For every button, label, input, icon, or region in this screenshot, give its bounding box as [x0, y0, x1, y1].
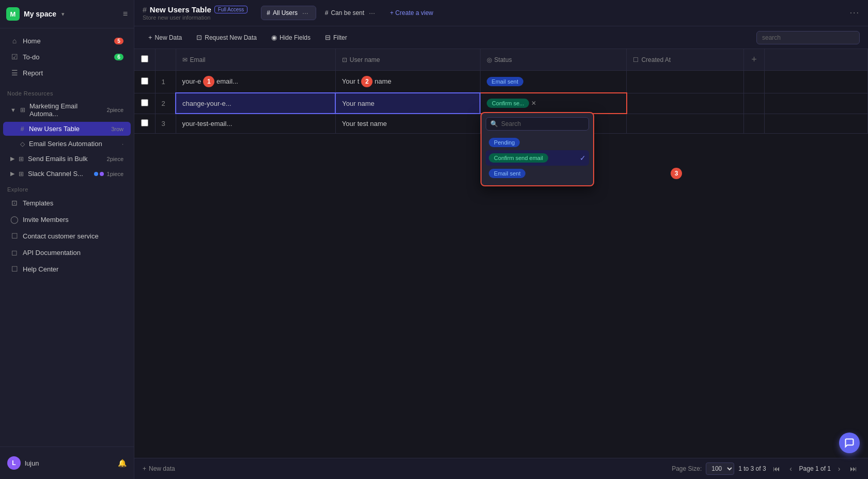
chevron-right-icon: ▶ — [10, 155, 14, 162]
username-col-label: User name — [350, 56, 380, 63]
todo-icon: ☑ — [10, 53, 19, 61]
request-icon: ⊡ — [196, 34, 202, 41]
sidebar-item-report[interactable]: ☰ Report — [3, 65, 131, 81]
row3-username[interactable]: Your test name — [335, 114, 480, 133]
row1-status[interactable]: Email sent — [480, 71, 627, 93]
send-emails-badge: 2piece — [107, 156, 123, 162]
access-badge: Full Access — [214, 6, 248, 13]
new-data-button[interactable]: + New Data — [143, 30, 188, 44]
row1-email[interactable]: your-e1 email... — [176, 71, 335, 93]
email-series-badge: · — [122, 141, 123, 147]
tree-item-new-users-table[interactable]: # New Users Table 3row — [3, 122, 131, 136]
sidebar-item-help[interactable]: ☐ Help Center — [3, 261, 131, 277]
created-col-icon: ☐ — [633, 56, 639, 63]
pagination: Page Size: 100 50 25 1 to 3 of 3 ⏮ ‹ Pag… — [672, 462, 860, 475]
marketing-label: Marketing Email Automa... — [29, 102, 104, 118]
th-status[interactable]: ◎ Status — [480, 49, 627, 71]
topbar-subtitle: Store new user information — [143, 14, 247, 21]
first-page-button[interactable]: ⏮ — [770, 462, 783, 475]
explore-label: Explore — [0, 181, 134, 195]
sidebar-item-invite-members[interactable]: ◯ Invite Members — [3, 212, 131, 227]
topbar-more-icon[interactable]: ··· — [850, 8, 860, 18]
th-add-column[interactable]: + — [744, 49, 765, 71]
dropdown-option-confirm-send[interactable]: Confirm send email ✓ — [486, 150, 589, 166]
request-new-data-button[interactable]: ⊡ Request New Data — [191, 30, 262, 44]
tree-item-slack[interactable]: ▶ ⊞ Slack Channel S... 1piece — [3, 167, 131, 181]
user-avatar: L — [7, 456, 21, 470]
chevron-down-icon: ▼ — [10, 107, 16, 113]
todo-label: To-do — [23, 53, 110, 61]
tab-all-users-more[interactable]: ··· — [300, 9, 311, 17]
dropdown-option-email-sent[interactable]: Email sent — [486, 166, 589, 181]
row2-status-clear-icon[interactable]: ✕ — [531, 100, 536, 107]
row3-select-checkbox[interactable] — [141, 119, 148, 126]
create-view-button[interactable]: + Create a view — [386, 7, 438, 19]
tree-item-send-emails[interactable]: ▶ ⊞ Send Emails in Bulk 2piece — [3, 152, 131, 166]
row1-username[interactable]: Your t2 name — [335, 71, 480, 93]
row1-extra1 — [744, 71, 765, 93]
tab-all-users-label: All Users — [273, 9, 298, 17]
th-created-at[interactable]: ☐ Created At — [627, 49, 744, 71]
filter-button[interactable]: ⊟ Filter — [319, 30, 353, 44]
prev-page-button[interactable]: ‹ — [785, 462, 797, 475]
row2-username[interactable]: Your name — [335, 93, 480, 114]
templates-icon: ⊡ — [10, 199, 19, 207]
tree-item-email-series[interactable]: ◇ Email Series Automation · — [3, 137, 131, 151]
th-username[interactable]: ⊡ User name — [335, 49, 480, 71]
row3-created-at — [627, 114, 744, 133]
float-action-button[interactable] — [839, 433, 860, 453]
page-size-select[interactable]: 100 50 25 — [706, 462, 734, 475]
sidebar-item-home[interactable]: ⌂ Home 5 — [3, 33, 131, 49]
node-resources-label: Node Resources — [0, 85, 134, 99]
row2-select-checkbox[interactable] — [141, 99, 148, 106]
main-nav: ⌂ Home 5 ☑ To-do 6 ☰ Report — [0, 28, 134, 85]
templates-label: Templates — [23, 199, 123, 207]
row1-username-value: Your t2 name — [342, 77, 392, 85]
tab-can-be-sent[interactable]: # Can be sent ··· — [319, 6, 383, 20]
tab-all-users[interactable]: # All Users ··· — [261, 6, 316, 20]
sidebar-item-todo[interactable]: ☑ To-do 6 — [3, 49, 131, 65]
collapse-sidebar-icon[interactable]: ≡ — [123, 9, 128, 19]
row2-num: 2 — [155, 93, 176, 114]
tab-can-be-sent-more[interactable]: ··· — [367, 9, 377, 17]
select-all-checkbox[interactable] — [141, 55, 148, 62]
last-page-button[interactable]: ⏭ — [847, 462, 860, 475]
dropdown-option-pending[interactable]: Pending — [486, 135, 589, 150]
api-icon: ◻ — [10, 248, 19, 257]
tab-all-users-icon: # — [267, 9, 270, 17]
hide-fields-button[interactable]: ◉ Hide Fields — [266, 30, 316, 44]
th-email[interactable]: ✉ Email — [176, 49, 335, 71]
dropdown-search-input[interactable] — [501, 120, 584, 127]
create-view-label: + Create a view — [390, 9, 433, 17]
next-page-button[interactable]: › — [833, 462, 845, 475]
topbar: # New Users Table Full Access Store new … — [134, 0, 868, 26]
row1-select-checkbox[interactable] — [141, 77, 148, 85]
row3-email[interactable]: your-test-email... — [176, 114, 335, 133]
sidebar: M My space ▾ ≡ ⌂ Home 5 ☑ To-do 6 ☰ Repo… — [0, 0, 134, 479]
dot-blue-icon — [94, 172, 98, 176]
new-data-plus-icon: + — [143, 465, 146, 472]
th-empty — [765, 49, 868, 71]
sidebar-item-contact-service[interactable]: ☐ Contact customer service — [3, 228, 131, 244]
user-profile-row[interactable]: L lujun 🔔 — [0, 452, 134, 474]
topbar-title-area: # New Users Table Full Access Store new … — [143, 5, 247, 21]
bell-icon[interactable]: 🔔 — [118, 459, 127, 467]
api-label: API Documentation — [23, 249, 123, 257]
row2-status[interactable]: Confirm se... ✕ 🔍 Pending — [480, 93, 627, 114]
tab-can-be-sent-label: Can be sent — [331, 9, 364, 17]
contact-label: Contact customer service — [23, 232, 123, 240]
sidebar-item-templates[interactable]: ⊡ Templates — [3, 195, 131, 211]
workspace-header[interactable]: M My space ▾ ≡ — [0, 0, 134, 28]
dropdown-search-icon: 🔍 — [490, 120, 498, 127]
new-data-footer-button[interactable]: + New data — [143, 465, 175, 472]
sidebar-item-api-docs[interactable]: ◻ API Documentation — [3, 245, 131, 260]
step3-badge: 3 — [671, 168, 682, 179]
search-input[interactable] — [756, 31, 860, 44]
step3-container: 3 — [669, 168, 682, 179]
slack-label: Slack Channel S... — [28, 170, 91, 178]
tree-item-marketing[interactable]: ▼ ⊞ Marketing Email Automa... 2piece — [3, 99, 131, 121]
checkmark-icon: ✓ — [580, 154, 586, 162]
th-num — [155, 49, 176, 71]
row2-email[interactable]: change-your-e... — [176, 93, 335, 114]
tab-can-be-sent-icon: # — [325, 9, 329, 17]
